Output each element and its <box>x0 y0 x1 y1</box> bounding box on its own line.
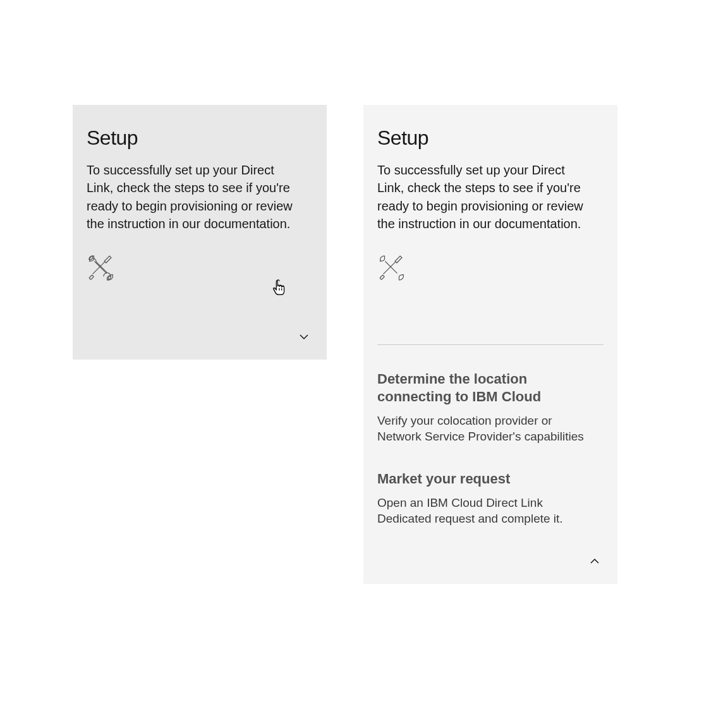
step-description: Open an IBM Cloud Direct Link Dedicated … <box>377 495 592 527</box>
card-title: Setup <box>87 126 313 150</box>
step-title: Market your request <box>377 470 561 488</box>
step-title: Determine the location connecting to IBM… <box>377 370 561 406</box>
step-item: Determine the location connecting to IBM… <box>377 370 604 445</box>
svg-rect-7 <box>380 275 384 279</box>
divider <box>377 344 604 345</box>
step-item: Market your request Open an IBM Cloud Di… <box>377 470 604 527</box>
chevron-down-icon[interactable] <box>299 332 309 342</box>
svg-rect-0 <box>104 256 111 263</box>
svg-line-1 <box>93 262 105 274</box>
svg-line-6 <box>384 262 396 274</box>
chevron-up-icon[interactable] <box>590 556 600 566</box>
card-description: To successfully set up your Direct Link,… <box>87 161 295 233</box>
card-description: To successfully set up your Direct Link,… <box>377 161 586 233</box>
setup-card-expanded[interactable]: Setup To successfully set up your Direct… <box>363 105 617 584</box>
card-title: Setup <box>377 126 604 150</box>
setup-card-collapsed[interactable]: Setup To successfully set up your Direct… <box>73 105 327 360</box>
step-description: Verify your colocation provider or Netwo… <box>377 413 592 445</box>
svg-rect-5 <box>395 256 402 263</box>
cursor-pointer-icon <box>270 278 289 297</box>
svg-rect-2 <box>89 275 94 279</box>
tools-icon <box>377 253 604 282</box>
